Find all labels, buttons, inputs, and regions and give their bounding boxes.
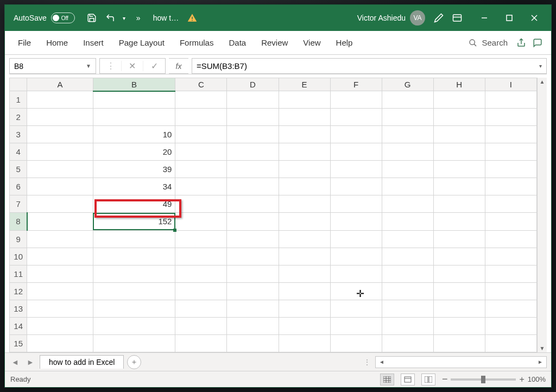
- cell-I4[interactable]: [485, 143, 536, 161]
- cell-E9[interactable]: [279, 230, 330, 248]
- row-header-12[interactable]: 12: [10, 282, 27, 300]
- cell-E13[interactable]: [279, 300, 330, 317]
- cell-E6[interactable]: [279, 178, 330, 195]
- cell-B1[interactable]: [93, 91, 175, 109]
- pen-icon[interactable]: [429, 9, 448, 27]
- cell-E15[interactable]: [279, 334, 330, 352]
- undo-dropdown-icon[interactable]: ▾: [119, 9, 129, 27]
- cell-A13[interactable]: [27, 300, 93, 317]
- row-header-14[interactable]: 14: [10, 317, 27, 334]
- cell-I7[interactable]: [485, 195, 536, 213]
- cell-I5[interactable]: [485, 161, 536, 178]
- cell-E10[interactable]: [279, 248, 330, 265]
- cell-D5[interactable]: [227, 161, 279, 178]
- search-box[interactable]: Search: [463, 38, 513, 47]
- cell-G9[interactable]: [382, 230, 433, 248]
- cell-H13[interactable]: [433, 300, 485, 317]
- cell-G5[interactable]: [382, 161, 433, 178]
- cell-G7[interactable]: [382, 195, 433, 213]
- cell-B7[interactable]: 49: [93, 195, 175, 213]
- scroll-right-icon[interactable]: ►: [534, 359, 546, 365]
- cell-G1[interactable]: [382, 91, 433, 109]
- tab-home[interactable]: Home: [39, 31, 75, 55]
- hscroll-track[interactable]: [388, 357, 534, 368]
- cell-B15[interactable]: [93, 334, 175, 352]
- tab-insert[interactable]: Insert: [75, 31, 111, 55]
- cell-B13[interactable]: [93, 300, 175, 317]
- cell-H9[interactable]: [433, 230, 485, 248]
- cell-G4[interactable]: [382, 143, 433, 161]
- cell-C9[interactable]: [175, 230, 227, 248]
- cell-C7[interactable]: [175, 195, 227, 213]
- column-header-H[interactable]: H: [433, 78, 485, 91]
- cell-A7[interactable]: [27, 195, 93, 213]
- autosave-toggle[interactable]: AutoSave Off: [14, 12, 75, 23]
- cell-C15[interactable]: [175, 334, 227, 352]
- cell-A11[interactable]: [27, 265, 93, 282]
- save-icon[interactable]: [83, 9, 101, 27]
- tab-page-layout[interactable]: Page Layout: [111, 31, 172, 55]
- column-header-B[interactable]: B: [93, 78, 175, 91]
- close-button[interactable]: [522, 9, 547, 27]
- cell-D4[interactable]: [227, 143, 279, 161]
- user-account[interactable]: Victor Ashiedu VA: [357, 10, 425, 26]
- select-all-corner[interactable]: [10, 78, 27, 91]
- cell-B6[interactable]: 34: [93, 178, 175, 195]
- cell-F7[interactable]: [330, 195, 382, 213]
- cell-I12[interactable]: [485, 282, 536, 300]
- cell-C3[interactable]: [175, 126, 227, 143]
- column-header-C[interactable]: C: [175, 78, 227, 91]
- cell-G12[interactable]: [382, 282, 433, 300]
- expand-formula-icon[interactable]: ▾: [539, 63, 542, 69]
- warning-icon[interactable]: [187, 13, 197, 23]
- row-header-13[interactable]: 13: [10, 300, 27, 317]
- cell-A14[interactable]: [27, 317, 93, 334]
- cell-C12[interactable]: [175, 282, 227, 300]
- view-page-break-button[interactable]: [421, 374, 435, 385]
- scroll-down-icon[interactable]: ▼: [540, 345, 545, 351]
- cell-C1[interactable]: [175, 91, 227, 109]
- cell-A4[interactable]: [27, 143, 93, 161]
- tab-view[interactable]: View: [295, 31, 328, 55]
- zoom-in-button[interactable]: +: [519, 375, 524, 384]
- cell-H15[interactable]: [433, 334, 485, 352]
- row-header-1[interactable]: 1: [10, 91, 27, 109]
- autosave-switch[interactable]: Off: [51, 12, 75, 23]
- cell-C10[interactable]: [175, 248, 227, 265]
- tab-help[interactable]: Help: [328, 31, 361, 55]
- sheet-tab-active[interactable]: how to add in Excel: [40, 355, 124, 369]
- cell-B11[interactable]: [93, 265, 175, 282]
- cell-C8[interactable]: [175, 213, 227, 230]
- zoom-slider[interactable]: [451, 378, 516, 381]
- cell-H5[interactable]: [433, 161, 485, 178]
- add-sheet-button[interactable]: ＋: [127, 355, 141, 369]
- column-header-I[interactable]: I: [485, 78, 536, 91]
- row-header-6[interactable]: 6: [10, 178, 27, 195]
- view-normal-button[interactable]: [380, 374, 394, 385]
- cancel-formula-button[interactable]: ✕: [122, 61, 143, 71]
- cell-A5[interactable]: [27, 161, 93, 178]
- cell-B10[interactable]: [93, 248, 175, 265]
- cell-C5[interactable]: [175, 161, 227, 178]
- cell-D2[interactable]: [227, 109, 279, 126]
- cell-G13[interactable]: [382, 300, 433, 317]
- row-header-7[interactable]: 7: [10, 195, 27, 213]
- cell-H3[interactable]: [433, 126, 485, 143]
- cell-A3[interactable]: [27, 126, 93, 143]
- tab-resize-grip[interactable]: ⋮: [361, 358, 372, 366]
- cell-D11[interactable]: [227, 265, 279, 282]
- cell-G3[interactable]: [382, 126, 433, 143]
- cell-B8[interactable]: 152: [93, 213, 175, 230]
- name-box[interactable]: B8 ▼: [9, 58, 96, 74]
- cell-I6[interactable]: [485, 178, 536, 195]
- grip-icon[interactable]: ⋮: [100, 61, 122, 71]
- cell-E14[interactable]: [279, 317, 330, 334]
- share-icon[interactable]: [513, 35, 529, 51]
- qa-more-icon[interactable]: »: [129, 9, 148, 27]
- cell-C6[interactable]: [175, 178, 227, 195]
- chevron-down-icon[interactable]: ▼: [86, 63, 91, 69]
- cell-H6[interactable]: [433, 178, 485, 195]
- cell-F14[interactable]: [330, 317, 382, 334]
- cell-F15[interactable]: [330, 334, 382, 352]
- cell-I1[interactable]: [485, 91, 536, 109]
